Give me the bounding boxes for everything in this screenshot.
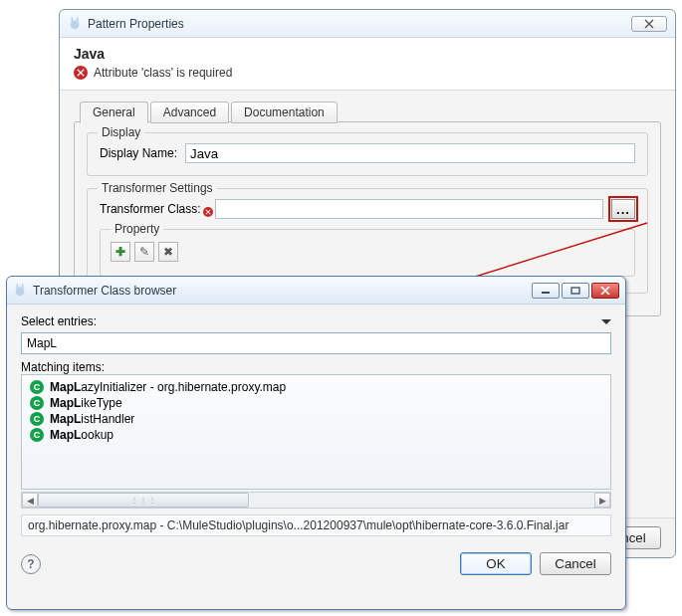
display-name-input[interactable]	[185, 143, 635, 163]
error-icon	[74, 66, 88, 80]
horizontal-scrollbar[interactable]: ◀ ⋮⋮⋮ ▶	[21, 492, 611, 509]
app-icon	[13, 284, 27, 298]
display-fieldset: Display Display Name:	[87, 132, 648, 176]
tabs: General Advanced Documentation	[74, 101, 661, 122]
pattern-close-button[interactable]	[631, 16, 667, 32]
scroll-track[interactable]: ⋮⋮⋮	[38, 493, 594, 508]
list-item[interactable]: C MapLikeType	[22, 395, 610, 411]
property-fieldset: Property ✚ ✎ ✖	[100, 229, 635, 277]
browser-title: Transformer Class browser	[33, 284, 176, 298]
help-button[interactable]: ?	[21, 554, 41, 574]
minimize-button[interactable]	[532, 283, 560, 299]
svg-rect-7	[542, 292, 550, 294]
list-item[interactable]: C MapLookup	[22, 427, 610, 443]
browser-cancel-button[interactable]: Cancel	[540, 552, 611, 575]
error-message: Attribute 'class' is required	[74, 66, 661, 80]
app-icon	[68, 17, 82, 31]
browser-close-button[interactable]	[591, 283, 619, 299]
svg-point-6	[22, 284, 24, 289]
matching-items-label: Matching items:	[21, 360, 611, 374]
close-icon	[644, 19, 654, 29]
minimize-icon	[541, 287, 551, 295]
transformer-class-browser-dialog: Transformer Class browser Select entries…	[6, 276, 626, 610]
class-icon: C	[30, 428, 44, 442]
browser-footer: ? OK Cancel	[7, 542, 625, 587]
error-text: Attribute 'class' is required	[94, 66, 232, 80]
class-icon: C	[30, 396, 44, 410]
list-item-label: MapListHandler	[50, 412, 134, 426]
pattern-header: Java Attribute 'class' is required	[60, 38, 675, 91]
display-legend: Display	[98, 125, 144, 139]
transformer-class-error-icon	[203, 207, 213, 217]
property-delete-button[interactable]: ✖	[158, 242, 178, 262]
svg-point-5	[16, 284, 18, 289]
tab-documentation[interactable]: Documentation	[231, 102, 338, 123]
page-title: Java	[74, 46, 661, 62]
property-edit-button[interactable]: ✎	[134, 242, 154, 262]
svg-point-2	[77, 17, 79, 22]
scroll-thumb[interactable]: ⋮⋮⋮	[38, 493, 249, 508]
select-entries-dropdown[interactable]	[601, 319, 611, 324]
tab-general[interactable]: General	[80, 102, 148, 123]
ok-button[interactable]: OK	[460, 552, 532, 575]
pattern-titlebar[interactable]: Pattern Properties	[60, 10, 675, 38]
maximize-icon	[570, 287, 580, 295]
property-toolbar: ✚ ✎ ✖	[111, 242, 624, 262]
transformer-legend: Transformer Settings	[98, 181, 217, 195]
transformer-class-browse-button[interactable]: ...	[611, 199, 635, 219]
list-item-label: MapLazyInitializer - org.hibernate.proxy…	[50, 380, 286, 394]
class-icon: C	[30, 380, 44, 394]
matching-items-list: C MapLazyInitializer - org.hibernate.pro…	[21, 374, 611, 490]
search-input[interactable]	[21, 332, 611, 354]
list-item[interactable]: C MapListHandler	[22, 411, 610, 427]
list-item[interactable]: C MapLazyInitializer - org.hibernate.pro…	[22, 379, 610, 395]
list-item-label: MapLikeType	[50, 396, 122, 410]
svg-rect-8	[571, 288, 579, 294]
transformer-class-input[interactable]	[215, 199, 603, 219]
close-icon	[600, 287, 610, 295]
list-item-label: MapLookup	[50, 428, 114, 442]
pattern-title: Pattern Properties	[88, 17, 184, 31]
selected-item-path: org.hibernate.proxy.map - C:\MuleStudio\…	[21, 514, 611, 536]
display-name-label: Display Name:	[100, 146, 177, 160]
tab-advanced[interactable]: Advanced	[150, 102, 229, 123]
transformer-class-label: Transformer Class:	[100, 199, 201, 216]
scroll-left-button[interactable]: ◀	[22, 493, 38, 508]
browser-titlebar[interactable]: Transformer Class browser	[7, 277, 625, 305]
property-add-button[interactable]: ✚	[111, 242, 130, 262]
maximize-button[interactable]	[562, 283, 589, 299]
property-legend: Property	[111, 222, 163, 236]
class-icon: C	[30, 412, 44, 426]
svg-point-1	[71, 17, 73, 22]
select-entries-label: Select entries:	[21, 314, 97, 328]
scroll-right-button[interactable]: ▶	[594, 493, 610, 508]
